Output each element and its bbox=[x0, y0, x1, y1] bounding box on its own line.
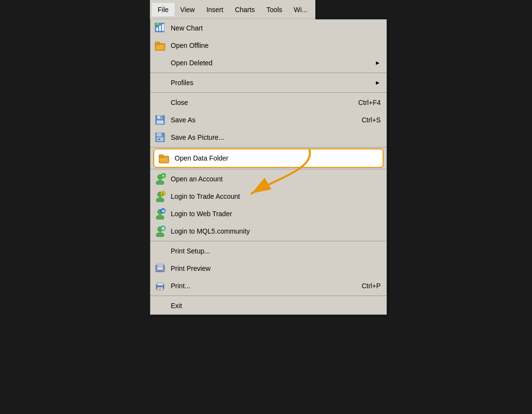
menu-item-exit[interactable]: Exit bbox=[150, 297, 386, 314]
svg-point-29 bbox=[156, 215, 164, 220]
print-label: Print... bbox=[171, 282, 362, 290]
print-preview-icon bbox=[154, 263, 166, 274]
svg-text:+: + bbox=[162, 174, 164, 178]
menu-charts[interactable]: Charts bbox=[229, 3, 261, 16]
svg-rect-3 bbox=[162, 24, 164, 31]
svg-rect-47 bbox=[158, 289, 161, 290]
svg-rect-40 bbox=[158, 267, 163, 267]
menu-item-close[interactable]: Close Ctrl+F4 bbox=[150, 94, 386, 111]
open-deleted-icon bbox=[154, 57, 166, 69]
open-account-label: Open an Account bbox=[171, 175, 381, 183]
profiles-label: Profiles bbox=[171, 79, 375, 87]
open-data-folder-icon bbox=[158, 152, 170, 164]
menu-insert[interactable]: Insert bbox=[201, 3, 229, 16]
print-icon bbox=[154, 280, 166, 292]
svg-rect-41 bbox=[156, 270, 157, 271]
svg-rect-19 bbox=[160, 158, 168, 162]
menu-window[interactable]: Wi... bbox=[288, 3, 313, 16]
open-deleted-arrow: ► bbox=[375, 59, 381, 66]
file-dropdown-menu: + New Chart Open Offline Open Deleted ► … bbox=[150, 19, 387, 315]
menu-item-open-account[interactable]: + Open an Account bbox=[150, 170, 386, 188]
menu-item-login-web[interactable]: W Login to Web Trader bbox=[150, 205, 386, 222]
menu-tools[interactable]: Tools bbox=[261, 3, 288, 16]
menu-item-login-trade[interactable]: $ Login to Trade Account bbox=[150, 188, 386, 205]
svg-text:+: + bbox=[157, 23, 159, 26]
svg-rect-42 bbox=[163, 270, 164, 271]
menu-item-new-chart[interactable]: + New Chart bbox=[150, 19, 386, 37]
svg-rect-14 bbox=[157, 133, 162, 136]
menu-item-profiles[interactable]: Profiles ► bbox=[150, 74, 386, 91]
open-account-icon: + bbox=[154, 173, 166, 185]
svg-rect-18 bbox=[159, 155, 163, 157]
svg-point-21 bbox=[156, 180, 164, 185]
profiles-arrow: ► bbox=[375, 79, 381, 86]
menu-item-save-as[interactable]: Save As Ctrl+S bbox=[150, 111, 386, 129]
open-data-folder-label: Open Data Folder bbox=[175, 154, 377, 162]
menu-item-print-setup[interactable]: Print Setup... bbox=[150, 242, 386, 260]
print-preview-label: Print Preview bbox=[171, 265, 381, 272]
login-mql5-icon: M bbox=[154, 225, 166, 237]
svg-point-25 bbox=[156, 198, 164, 202]
login-trade-label: Login to Trade Account bbox=[171, 192, 381, 200]
new-chart-label: New Chart bbox=[171, 24, 381, 32]
print-setup-icon bbox=[154, 245, 166, 257]
separator-4 bbox=[150, 169, 386, 169]
open-offline-label: Open Offline bbox=[171, 42, 381, 49]
svg-point-33 bbox=[156, 233, 164, 237]
menu-file[interactable]: File bbox=[152, 3, 175, 16]
menu-item-login-mql5[interactable]: M Login to MQL5.community bbox=[150, 222, 386, 240]
exit-label: Exit bbox=[171, 302, 381, 310]
svg-point-48 bbox=[162, 285, 163, 286]
svg-rect-2 bbox=[159, 26, 161, 31]
svg-rect-7 bbox=[155, 42, 160, 44]
svg-rect-1 bbox=[156, 28, 158, 31]
open-offline-icon bbox=[154, 40, 166, 51]
save-as-picture-label: Save As Picture... bbox=[171, 133, 381, 141]
svg-rect-11 bbox=[160, 116, 162, 118]
print-shortcut: Ctrl+P bbox=[362, 282, 381, 290]
svg-rect-39 bbox=[158, 266, 162, 266]
login-trade-icon: $ bbox=[154, 191, 166, 202]
save-as-picture-icon bbox=[154, 132, 166, 143]
login-mql5-label: Login to MQL5.community bbox=[171, 227, 381, 235]
svg-text:$: $ bbox=[162, 192, 164, 196]
save-as-shortcut: Ctrl+S bbox=[362, 116, 381, 124]
menu-view[interactable]: View bbox=[175, 3, 201, 16]
print-setup-label: Print Setup... bbox=[171, 247, 381, 255]
save-as-icon bbox=[154, 114, 166, 126]
svg-rect-8 bbox=[156, 45, 164, 49]
menu-bar: File View Insert Charts Tools Wi... bbox=[150, 0, 315, 19]
login-web-icon: W bbox=[154, 208, 166, 220]
separator-6 bbox=[150, 296, 386, 296]
menu-item-open-data-folder[interactable]: Open Data Folder bbox=[153, 148, 384, 168]
svg-point-16 bbox=[158, 138, 160, 140]
menu-item-print[interactable]: Print... Ctrl+P bbox=[150, 277, 386, 295]
new-chart-icon: + bbox=[154, 22, 166, 34]
close-label: Close bbox=[171, 99, 358, 106]
menu-item-open-offline[interactable]: Open Offline bbox=[150, 37, 386, 54]
profiles-icon bbox=[154, 77, 166, 89]
separator-1 bbox=[150, 73, 386, 73]
exit-icon bbox=[154, 300, 166, 311]
separator-5 bbox=[150, 241, 386, 241]
svg-rect-46 bbox=[158, 288, 162, 289]
svg-text:W: W bbox=[162, 209, 165, 213]
separator-2 bbox=[150, 92, 386, 93]
menu-item-print-preview[interactable]: Print Preview bbox=[150, 260, 386, 277]
svg-rect-38 bbox=[158, 265, 163, 266]
save-as-label: Save As bbox=[171, 116, 362, 124]
close-shortcut: Ctrl+F4 bbox=[358, 99, 381, 106]
menu-item-save-as-picture[interactable]: Save As Picture... bbox=[150, 129, 386, 146]
login-web-label: Login to Web Trader bbox=[171, 210, 381, 218]
close-icon bbox=[154, 97, 166, 108]
separator-3 bbox=[150, 147, 386, 148]
open-deleted-label: Open Deleted bbox=[171, 59, 375, 67]
svg-rect-44 bbox=[157, 283, 163, 285]
svg-rect-12 bbox=[157, 120, 163, 124]
menu-item-open-deleted[interactable]: Open Deleted ► bbox=[150, 54, 386, 72]
svg-text:M: M bbox=[162, 227, 164, 230]
